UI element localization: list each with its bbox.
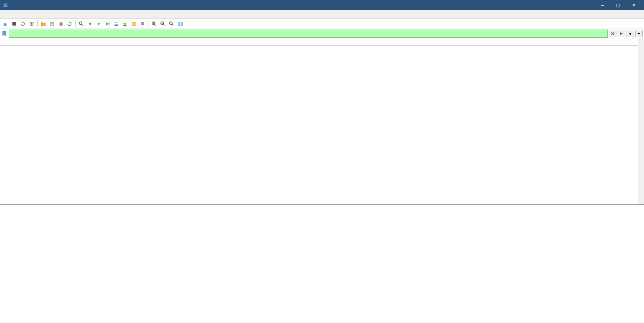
window-controls: ─ ▢ ✕: [595, 0, 641, 10]
toolbar: 1: [0, 19, 644, 29]
minimize-button[interactable]: ─: [595, 0, 610, 10]
hex-dump: [106, 205, 644, 249]
svg-rect-11: [123, 25, 127, 26]
packet-list-pane: [0, 38, 644, 205]
filter-bar: ▾ +: [0, 29, 644, 38]
go-first-icon[interactable]: [112, 20, 120, 28]
svg-rect-20: [179, 22, 180, 26]
svg-rect-7: [109, 22, 109, 26]
packet-list-header: [0, 38, 638, 46]
details-pane: [0, 205, 644, 249]
jump-icon[interactable]: [103, 20, 111, 28]
clear-filter-button[interactable]: [609, 30, 616, 37]
menu-bar: [0, 10, 644, 19]
bookmark-icon[interactable]: [1, 31, 7, 37]
svg-rect-14: [141, 23, 144, 24]
resize-columns-icon[interactable]: [176, 20, 184, 28]
svg-rect-12: [132, 22, 135, 26]
reload-icon[interactable]: [65, 20, 74, 28]
zoom-reset-icon[interactable]: 1: [168, 20, 176, 28]
svg-rect-0: [12, 22, 16, 26]
go-back-icon[interactable]: [86, 20, 94, 28]
zoom-in-icon[interactable]: [150, 20, 158, 28]
packet-tree: [0, 205, 106, 249]
svg-rect-22: [181, 22, 182, 26]
svg-rect-8: [114, 23, 118, 23]
packet-list-scrollbar[interactable]: [638, 38, 644, 204]
find-icon[interactable]: [77, 20, 85, 28]
save-icon[interactable]: [48, 20, 56, 28]
restart-icon[interactable]: [19, 20, 27, 28]
svg-text:1: 1: [170, 22, 172, 25]
go-forward-icon[interactable]: [95, 20, 103, 28]
svg-rect-21: [180, 22, 181, 26]
filter-history-button[interactable]: ▾: [627, 30, 634, 37]
stop-icon[interactable]: [10, 20, 18, 28]
svg-rect-4: [51, 22, 53, 24]
svg-point-6: [79, 22, 82, 25]
add-filter-button[interactable]: +: [635, 30, 643, 37]
svg-rect-13: [141, 22, 144, 23]
svg-rect-15: [141, 24, 144, 25]
display-filter-input[interactable]: [9, 30, 608, 38]
open-folder-icon[interactable]: [39, 20, 47, 28]
options-icon[interactable]: [28, 20, 36, 28]
svg-point-2: [31, 23, 32, 25]
shark-fin-icon[interactable]: [1, 20, 9, 28]
title-bar: ─ ▢ ✕: [0, 0, 644, 10]
svg-rect-10: [114, 25, 118, 26]
svg-rect-9: [114, 24, 118, 25]
close-file-icon[interactable]: [57, 20, 65, 28]
autoscroll-icon[interactable]: [130, 20, 138, 28]
zoom-out-icon[interactable]: [159, 20, 167, 28]
apply-filter-button[interactable]: [618, 30, 625, 37]
close-button[interactable]: ✕: [626, 0, 641, 10]
maximize-button[interactable]: ▢: [610, 0, 626, 10]
go-last-icon[interactable]: [121, 20, 129, 28]
app-icon: [3, 2, 8, 8]
colorize-icon[interactable]: [138, 20, 146, 28]
